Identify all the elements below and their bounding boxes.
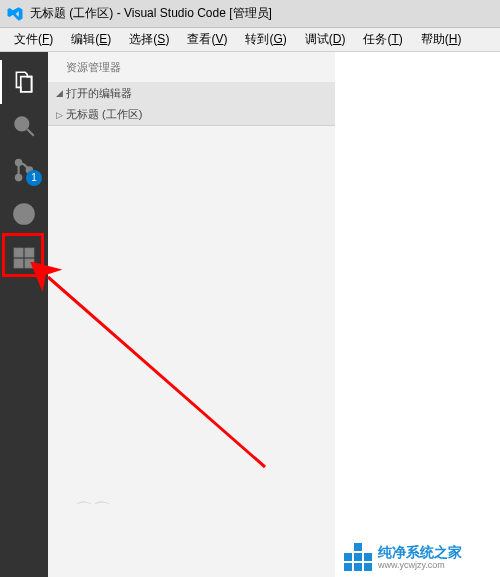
menu-help[interactable]: 帮助(H) [413,28,470,51]
menu-selection[interactable]: 选择(S) [121,28,177,51]
activitybar: 1 [0,52,48,577]
section-label: 无标题 (工作区) [66,107,142,122]
svg-point-7 [20,210,29,219]
titlebar: 无标题 (工作区) - Visual Studio Code [管理员] [0,0,500,28]
vscode-icon [6,5,24,23]
section-label: 打开的编辑器 [66,86,132,101]
explorer-sidebar: 资源管理器 ◢ 打开的编辑器 ▷ 无标题 (工作区) [48,52,335,577]
menu-edit[interactable]: 编辑(E) [63,28,119,51]
svg-point-0 [15,117,28,130]
scm-badge: 1 [26,170,42,186]
chevron-down-icon: ◢ [52,88,66,98]
activity-debug[interactable] [0,192,48,236]
menubar: 文件(F) 编辑(E) 选择(S) 查看(V) 转到(G) 调试(D) 任务(T… [0,28,500,52]
menu-tasks[interactable]: 任务(T) [355,28,410,51]
menu-view[interactable]: 查看(V) [179,28,235,51]
menu-debug[interactable]: 调试(D) [297,28,354,51]
menu-go[interactable]: 转到(G) [237,28,294,51]
svg-point-3 [16,175,21,180]
editor-area [335,52,500,577]
chevron-right-icon: ▷ [52,110,66,120]
svg-rect-10 [14,259,23,268]
svg-rect-8 [14,248,23,257]
section-workspace[interactable]: ▷ 无标题 (工作区) [48,104,335,126]
svg-line-1 [27,129,34,136]
activity-extensions[interactable] [0,236,48,280]
section-open-editors[interactable]: ◢ 打开的编辑器 [48,82,335,104]
watermark: 纯净系统之家 www.ycwjzy.com [344,543,462,571]
activity-explorer[interactable] [0,60,48,104]
svg-point-2 [16,160,21,165]
svg-rect-9 [25,248,34,257]
window-title: 无标题 (工作区) - Visual Studio Code [管理员] [30,5,272,22]
activity-scm[interactable]: 1 [0,148,48,192]
sidebar-title: 资源管理器 [48,52,335,82]
activity-search[interactable] [0,104,48,148]
svg-rect-11 [25,259,34,268]
watermark-logo-icon [344,543,372,571]
menu-file[interactable]: 文件(F) [6,28,61,51]
